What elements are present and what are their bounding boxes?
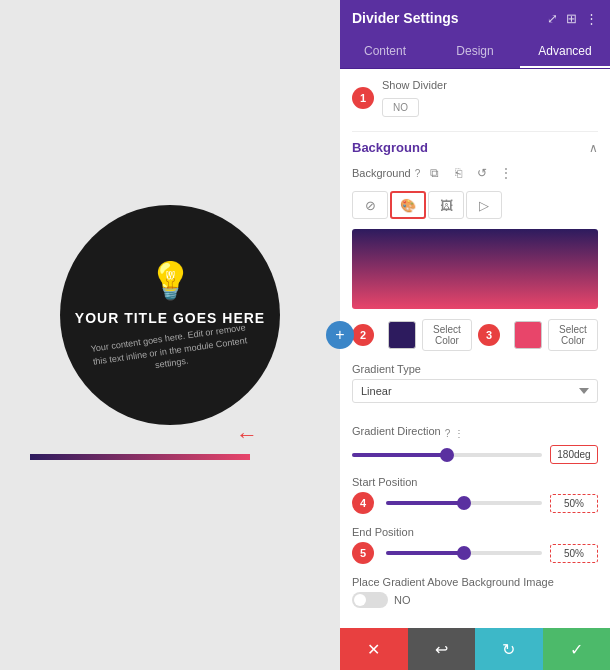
bg-toolbar: Background ? ⧉ ⎗ ↺ ⋮	[352, 163, 598, 183]
gradient-direction-more[interactable]: ⋮	[454, 428, 464, 439]
add-button[interactable]: +	[326, 321, 354, 349]
cancel-button[interactable]: ✕	[340, 628, 408, 670]
reset-icon[interactable]: ↺	[472, 163, 492, 183]
redo-button[interactable]: ↻	[475, 628, 543, 670]
more-bg-icon[interactable]: ⋮	[496, 163, 516, 183]
gradient-type-row: Gradient Type Linear Radial Conic	[352, 363, 598, 413]
panel-header: Divider Settings ⤢ ⊞ ⋮	[340, 0, 610, 36]
bg-toolbar-label: Background	[352, 167, 411, 179]
toggle-dot	[354, 594, 366, 606]
start-position-slider: 4 50%	[352, 492, 598, 514]
gradient-type-label: Gradient Type	[352, 363, 598, 375]
bg-color-icon[interactable]: 🎨	[390, 191, 426, 219]
end-position-value[interactable]: 50%	[550, 544, 598, 563]
select-color-btn-2[interactable]: Select Color	[548, 319, 598, 351]
bg-type-icons: ⊘ 🎨 🖼 ▷	[352, 191, 598, 219]
badge-2: 2	[352, 324, 374, 346]
badge-3: 3	[478, 324, 500, 346]
copy-icon[interactable]: ⧉	[424, 163, 444, 183]
circle-module: 💡 YOUR TITLE GOES HERE Your content goes…	[60, 205, 280, 425]
start-position-value[interactable]: 50%	[550, 494, 598, 513]
gradient-type-select[interactable]: Linear Radial Conic	[352, 379, 598, 403]
show-divider-toggle[interactable]: NO	[382, 98, 419, 117]
color-row: 2 Select Color 3 Select Color	[352, 319, 598, 351]
section-controls: ∧	[589, 141, 598, 155]
bg-image-icon[interactable]: 🖼	[428, 191, 464, 219]
bg-none-icon[interactable]: ⊘	[352, 191, 388, 219]
collapse-icon[interactable]: ∧	[589, 141, 598, 155]
settings-panel: Divider Settings ⤢ ⊞ ⋮ Content Design Ad…	[340, 0, 610, 670]
end-position-fill	[386, 551, 464, 555]
gradient-direction-label: Gradient Direction	[352, 425, 441, 437]
bulb-icon: 💡	[148, 260, 193, 302]
show-divider-row: 1 Show Divider NO	[352, 79, 598, 117]
panel-body: 1 Show Divider NO Background ∧ Backgroun…	[340, 69, 610, 628]
tab-content[interactable]: Content	[340, 36, 430, 68]
badge-5: 5	[352, 542, 374, 564]
badge-4: 4	[352, 492, 374, 514]
arrow-indicator: ←	[236, 422, 258, 448]
more-icon[interactable]: ⋮	[585, 11, 598, 26]
color-swatch-1[interactable]	[388, 321, 416, 349]
place-gradient-toggle-row: NO	[352, 592, 598, 608]
select-color-btn-1[interactable]: Select Color	[422, 319, 472, 351]
tab-design[interactable]: Design	[430, 36, 520, 68]
save-button[interactable]: ✓	[543, 628, 611, 670]
gradient-direction-fill	[352, 453, 447, 457]
place-gradient-section: Place Gradient Above Background Image NO	[352, 576, 598, 608]
info-icon[interactable]: ?	[415, 168, 421, 179]
gradient-direction-slider: 180deg	[352, 445, 598, 464]
bg-video-icon[interactable]: ▷	[466, 191, 502, 219]
panel-tabs: Content Design Advanced	[340, 36, 610, 69]
end-position-row: End Position 5 50%	[352, 526, 598, 564]
end-position-label: End Position	[352, 526, 598, 538]
fullscreen-icon[interactable]: ⤢	[547, 11, 558, 26]
undo-button[interactable]: ↩	[408, 628, 476, 670]
panel-footer: ✕ ↩ ↻ ✓	[340, 628, 610, 670]
end-position-slider: 5 50%	[352, 542, 598, 564]
background-section-title: Background	[352, 140, 428, 155]
place-gradient-value: NO	[394, 594, 411, 606]
color-swatch-2[interactable]	[514, 321, 542, 349]
start-position-label: Start Position	[352, 476, 598, 488]
tab-advanced[interactable]: Advanced	[520, 36, 610, 68]
canvas-area: 💡 YOUR TITLE GOES HERE Your content goes…	[0, 0, 340, 670]
end-position-thumb[interactable]	[457, 546, 471, 560]
start-position-track[interactable]	[386, 501, 542, 505]
divider-bar	[30, 454, 250, 460]
start-position-row: Start Position 4 50%	[352, 476, 598, 514]
paste-icon[interactable]: ⎗	[448, 163, 468, 183]
panel-title: Divider Settings	[352, 10, 459, 26]
gradient-direction-info[interactable]: ?	[445, 428, 451, 439]
gradient-direction-header: Gradient Direction ? ⋮	[352, 425, 598, 441]
panel-header-icons: ⤢ ⊞ ⋮	[547, 11, 598, 26]
gradient-direction-thumb[interactable]	[440, 448, 454, 462]
badge-1: 1	[352, 87, 374, 109]
gradient-direction-label-group: Gradient Direction ? ⋮	[352, 425, 464, 441]
gradient-direction-value[interactable]: 180deg	[550, 445, 598, 464]
gradient-direction-row: Gradient Direction ? ⋮ 180deg	[352, 425, 598, 464]
gradient-preview	[352, 229, 598, 309]
place-gradient-pill[interactable]	[352, 592, 388, 608]
divider-1	[352, 131, 598, 132]
place-gradient-label: Place Gradient Above Background Image	[352, 576, 598, 588]
start-position-thumb[interactable]	[457, 496, 471, 510]
columns-icon[interactable]: ⊞	[566, 11, 577, 26]
circle-text: Your content goes here. Edit or remove t…	[58, 317, 281, 385]
start-position-fill	[386, 501, 464, 505]
background-section-header: Background ∧	[352, 140, 598, 155]
show-divider-label: Show Divider	[382, 79, 598, 91]
gradient-direction-track[interactable]	[352, 453, 542, 457]
end-position-track[interactable]	[386, 551, 542, 555]
